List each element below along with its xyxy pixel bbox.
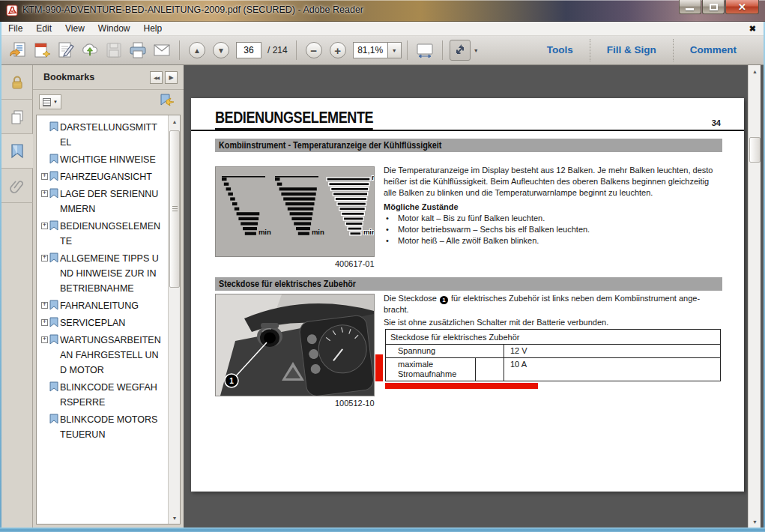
bookmarks-scrollbar[interactable]: ▲ ▼ [168,115,180,524]
expand-panel-button[interactable]: ▶ [165,71,178,84]
bookmark-item[interactable]: FAHRZEUGANSICHT [37,169,169,184]
sign-button[interactable] [55,40,76,61]
zoom-out-button[interactable]: − [306,42,322,58]
lock-icon [10,75,25,90]
zoom-in-button[interactable]: + [330,42,346,58]
minimize-icon [686,8,694,10]
email-button[interactable] [151,40,172,61]
close-icon: ✕ [738,1,746,13]
document-scrollbar[interactable]: ▲ ▼ [748,65,761,528]
callout-1-icon: 1 [440,296,448,304]
page-total-label: / 214 [267,45,288,55]
tools-button[interactable]: Tools [530,40,590,60]
next-page-button[interactable]: ▼ [213,42,229,58]
bookmark-item[interactable]: ALLGEMEINE TIPPS UND HINWEISE ZUR INBETR… [37,251,169,296]
tab-security[interactable] [1,65,33,100]
bookmarks-list: DARSTELLUNGSMITTEL WICHTIGE HINWEISE FAH… [36,115,181,525]
close-button[interactable]: ✕ [725,0,759,14]
expand-plus-icon[interactable] [41,173,48,180]
red-annotation-underline [385,383,538,389]
toolbar: ▲ ▼ / 214 − + 81,1% ▼ ▼ Tools Fill & Sig… [1,36,764,65]
open-button[interactable] [7,40,28,61]
collapse-panel-button[interactable]: ◀◀ [150,71,163,84]
document-scrollbar-thumb[interactable] [749,137,761,163]
bookmarks-options-row: ▼ [33,91,184,113]
table-row: maximale Stromaufnahme 10 A [386,358,720,381]
tab-pages[interactable] [1,100,33,134]
create-pdf-button[interactable] [31,40,52,61]
bookmark-item[interactable]: FAHRANLEITUNG [37,298,169,313]
section2-text: Die Steckdose 1 für elektrisches Zubehör… [384,293,722,328]
reading-mode-caret-icon[interactable]: ▼ [474,48,479,53]
expand-plus-icon[interactable] [41,336,48,343]
window-title: KTM-990-ADVENTURE-BED-ANLEITUNG-2009.pdf… [22,4,363,15]
expand-plus-icon[interactable] [41,223,48,229]
bookmark-flag-icon [49,120,60,150]
zoom-dropdown-button[interactable]: ▼ [388,42,402,58]
print-button[interactable] [127,40,148,61]
bullet-item: Motor kalt – Bis zu fünf Balken leuchten… [384,213,722,224]
scroll-down-icon[interactable]: ▼ [749,516,761,528]
paragraph: Die Temperaturanzeige im Display besteht… [384,165,722,199]
figure-caption: 400617-01 [335,259,375,268]
bullet-item: Motor heiß – Alle zwölf Balken blinken. [384,235,722,247]
bookmark-flag-icon [49,187,60,217]
fit-width-button[interactable] [414,40,435,61]
expand-plus-icon[interactable] [41,302,48,309]
down-arrow-icon: ▼ [217,46,225,55]
zoom-level-value[interactable]: 81,1% [353,42,388,58]
menu-window[interactable]: Window [91,22,137,36]
menu-view[interactable]: View [58,22,91,36]
new-bookmark-button[interactable] [160,94,175,110]
right-arrow-icon: ▶ [169,74,173,81]
document-area: BEDIENUNGSELEMENTE 34 Kombiinstrument - … [184,65,764,528]
bullet-item: Motor betriebswarm – Sechs bis elf Balke… [384,224,722,235]
bookmarks-options-button[interactable]: ▼ [39,94,61,109]
minus-icon: − [310,45,317,56]
menu-help[interactable]: Help [137,22,169,36]
page-number-input[interactable] [236,42,261,58]
comment-button[interactable]: Comment [674,40,753,60]
power-socket-figure: 1 [215,294,375,396]
scroll-up-icon[interactable]: ▲ [169,116,180,127]
bookmark-item[interactable]: BLINKCODE MOTORSTEUERUN [37,412,169,442]
maximize-button[interactable] [702,0,725,14]
close-document-icon[interactable]: ✖ [749,24,756,34]
callout-1: 1 [229,377,234,385]
expand-plus-icon[interactable] [41,255,48,262]
expand-plus-icon[interactable] [41,319,48,326]
scroll-down-icon[interactable]: ▼ [169,513,180,523]
menu-file[interactable]: File [1,22,29,36]
bookmark-item[interactable]: BEDIENUNGSELEMENTE [37,219,169,249]
bookmark-item[interactable]: DARSTELLUNGSMITTEL [37,120,169,150]
menu-edit[interactable]: Edit [29,22,58,36]
minimize-button[interactable] [679,0,701,14]
window-bottom-edge [0,528,765,532]
title-bar: KTM-990-ADVENTURE-BED-ANLEITUNG-2009.pdf… [0,0,765,22]
svg-text:min: min [258,228,271,236]
bookmarks-panel-header: Bookmarks ◀◀ ▶ [33,65,184,90]
spec-table-header: Steckdose für elektrisches Zubehör [386,330,720,345]
scroll-up-icon[interactable]: ▲ [749,65,761,77]
bookmark-item[interactable]: LAGE DER SERIENNUMMERN [37,187,169,217]
expand-plus-icon[interactable] [41,190,48,197]
menu-bar: File Edit View Window Help ✖ [1,22,764,36]
bookmarks-panel: Bookmarks ◀◀ ▶ ▼ [33,65,184,528]
bookmark-icon [10,144,24,159]
save-button[interactable] [103,40,124,61]
bookmark-item[interactable]: SERVICEPLAN [37,315,169,330]
bookmark-item[interactable]: WARTUNGSARBEITEN AN FAHRGESTELL UND MOTO… [37,333,169,378]
previous-page-button[interactable]: ▲ [189,42,205,58]
tab-bookmarks[interactable] [1,134,34,169]
bookmark-item[interactable]: WICHTIGE HINWEISE [37,152,169,167]
bookmark-item[interactable]: BLINKCODE WEGFAHRSPERRE [37,380,169,410]
cloud-upload-button[interactable] [79,40,100,61]
paperclip-icon [10,178,25,193]
temperature-gauges: minminminmax [216,167,374,256]
reading-mode-button[interactable] [450,40,471,61]
tab-attachments[interactable] [1,169,33,203]
bookmark-flag-icon [49,333,60,378]
bookmarks-scrollbar-thumb[interactable] [169,130,180,288]
page-number: 34 [712,118,721,127]
fill-sign-button[interactable]: Fill & Sign [590,40,673,60]
